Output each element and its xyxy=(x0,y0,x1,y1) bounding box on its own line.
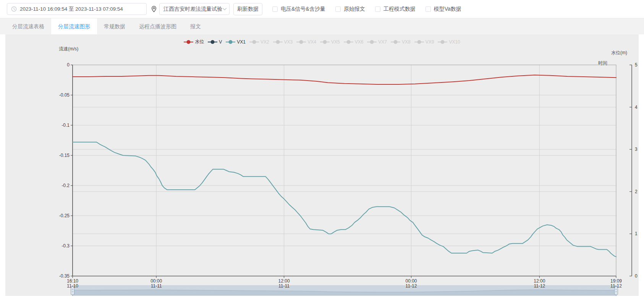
legend-item-VX6[interactable]: VX6 xyxy=(344,39,364,45)
date-range-value: 2023-11-10 16:09:54 至 2023-11-13 07:09:5… xyxy=(20,6,123,13)
legend-item-VX7[interactable]: VX7 xyxy=(367,39,387,45)
legend-line-marker-icon xyxy=(296,40,306,44)
legend-label: VX7 xyxy=(378,39,387,45)
x-tick-label: 19:0911-12 xyxy=(600,279,632,289)
legend-line-marker-icon xyxy=(184,40,193,44)
checkbox-icon[interactable] xyxy=(375,6,380,12)
checkbox-engineering-mode[interactable]: 工程模式数据 xyxy=(375,6,416,13)
y-left-tick-label: -0.2 xyxy=(47,183,70,188)
checkbox-raw-message[interactable]: 原始报文 xyxy=(335,6,365,13)
legend-item-VX5[interactable]: VX5 xyxy=(320,39,340,45)
tab-layered-velocity-table[interactable]: 分层流速表格 xyxy=(5,18,51,34)
y-left-tick-label: 0 xyxy=(47,62,70,68)
clock-icon xyxy=(11,6,17,12)
y-right-tick-label: 5 xyxy=(635,62,644,68)
x-tick-label: 00:0011-11 xyxy=(140,279,172,289)
chart-panel: 水位VVX1VX2VX3VX4VX5VX6VX7VX8VX9VX10 流速(m/… xyxy=(5,34,639,296)
y-right-tick-label: 3 xyxy=(635,147,644,152)
legend-item-水位[interactable]: 水位 xyxy=(184,39,204,45)
y-left-tick-label: -0.15 xyxy=(47,153,70,158)
chart-canvas[interactable] xyxy=(5,34,639,296)
x-tick-label: 00:0011-12 xyxy=(395,279,427,289)
legend-item-VX8[interactable]: VX8 xyxy=(391,39,411,45)
x-tick-date: 11-10 xyxy=(57,284,89,289)
checkbox-icon[interactable] xyxy=(335,6,341,12)
legend-item-VX2[interactable]: VX2 xyxy=(249,39,269,45)
checkbox-icon[interactable] xyxy=(272,6,278,12)
legend-line-marker-icon xyxy=(208,40,217,44)
legend-label: VX6 xyxy=(355,39,364,45)
y-right-axis-title: 水位(m) xyxy=(611,50,627,56)
legend-line-marker-icon xyxy=(273,40,283,44)
y-right-tick-label: 0 xyxy=(635,273,644,279)
checkbox-icon[interactable] xyxy=(426,6,431,12)
y-left-tick-label: -0.3 xyxy=(47,243,70,249)
series-line-VX1 xyxy=(73,142,616,257)
legend-line-marker-icon xyxy=(414,40,424,44)
legend-label: VX8 xyxy=(402,39,411,45)
y-right-tick-label: 2 xyxy=(635,189,644,194)
legend-item-VX10[interactable]: VX10 xyxy=(438,39,460,45)
x-tick-date: 11-12 xyxy=(523,284,555,289)
x-axis-title: 时间 xyxy=(598,60,607,66)
legend-item-VX4[interactable]: VX4 xyxy=(296,39,316,45)
chart-legend: 水位VVX1VX2VX3VX4VX5VX6VX7VX8VX9VX10 xyxy=(5,39,639,45)
checkbox-voltage-signal-sediment[interactable]: 电压&信号&含沙量 xyxy=(272,6,325,13)
checkbox-model-va[interactable]: 模型Va数据 xyxy=(426,6,461,13)
legend-label: VX5 xyxy=(331,39,340,45)
tab-regular-data[interactable]: 常规数据 xyxy=(97,18,132,34)
tab-remote-waveform[interactable]: 远程点播波形图 xyxy=(132,18,183,34)
tab-layered-velocity-graph[interactable]: 分层流速图形 xyxy=(51,18,97,34)
legend-label: 水位 xyxy=(195,39,204,45)
station-select[interactable]: 江西吉安时差法流量试验 xyxy=(159,3,230,15)
legend-line-marker-icon xyxy=(320,40,330,44)
legend-line-marker-icon xyxy=(367,40,377,44)
toolbar: 2023-11-10 16:09:54 至 2023-11-13 07:09:5… xyxy=(0,0,644,18)
tab-bar: 分层流速表格 分层流速图形 常规数据 远程点播波形图 报文 xyxy=(0,18,644,34)
chevron-down-icon xyxy=(222,8,227,11)
x-tick-date: 11-12 xyxy=(395,284,427,289)
legend-label: VX2 xyxy=(261,39,269,45)
legend-item-VX9[interactable]: VX9 xyxy=(414,39,434,45)
legend-line-marker-icon xyxy=(438,40,447,44)
legend-label: V xyxy=(219,39,222,45)
legend-line-marker-icon xyxy=(226,40,235,44)
y-right-tick-label: 4 xyxy=(635,105,644,110)
date-range-picker[interactable]: 2023-11-10 16:09:54 至 2023-11-13 07:09:5… xyxy=(7,3,147,15)
y-left-axis-title: 流速(m/s) xyxy=(59,46,78,52)
x-tick-date: 11-12 xyxy=(600,284,632,289)
x-tick-label: 16:1011-10 xyxy=(57,279,89,289)
legend-line-marker-icon xyxy=(249,40,259,44)
x-tick-label: 12:0011-12 xyxy=(523,279,555,289)
refresh-data-button[interactable]: 刷新数据 xyxy=(233,3,262,15)
legend-item-V[interactable]: V xyxy=(208,39,222,45)
series-line-水位 xyxy=(73,75,616,84)
y-left-tick-label: -0.35 xyxy=(47,273,70,279)
legend-line-marker-icon xyxy=(391,40,400,44)
x-tick-date: 11-11 xyxy=(140,284,172,289)
tab-message[interactable]: 报文 xyxy=(183,18,208,34)
location-pin-icon xyxy=(151,6,157,13)
y-left-tick-label: -0.05 xyxy=(47,92,70,98)
legend-label: VX1 xyxy=(237,39,246,45)
legend-item-VX1[interactable]: VX1 xyxy=(226,39,246,45)
y-right-tick-label: 1 xyxy=(635,231,644,236)
y-left-tick-label: -0.1 xyxy=(47,123,70,128)
legend-item-VX3[interactable]: VX3 xyxy=(273,39,293,45)
x-tick-date: 11-11 xyxy=(268,284,300,289)
y-left-tick-label: -0.25 xyxy=(47,213,70,218)
station-select-value: 江西吉安时差法流量试验 xyxy=(163,6,222,13)
legend-line-marker-icon xyxy=(344,40,353,44)
x-tick-label: 12:0011-11 xyxy=(268,279,300,289)
legend-label: VX10 xyxy=(449,39,460,45)
legend-label: VX3 xyxy=(284,39,293,45)
legend-label: VX9 xyxy=(426,39,434,45)
legend-label: VX4 xyxy=(307,39,316,45)
